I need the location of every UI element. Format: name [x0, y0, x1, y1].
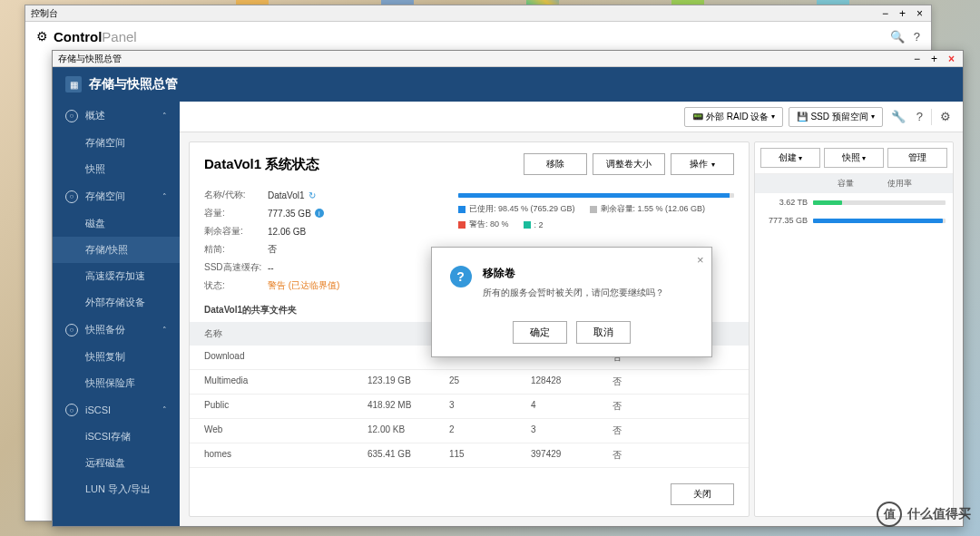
section-icon: ○: [65, 110, 78, 122]
main-content: 📟 外部 RAID 设备 ▾ 💾 SSD 预留空间 ▾ 🔧 ? ⚙ DataVo…: [180, 102, 963, 526]
sidebar-section[interactable]: ○存储空间˄: [53, 182, 180, 210]
sidebar-section[interactable]: ○概述˄: [53, 102, 180, 130]
control-header: ⚙ ControlPanel 🔍 ?: [25, 22, 931, 51]
close-button[interactable]: ×: [914, 7, 926, 20]
section-icon: ○: [65, 324, 78, 336]
storage-header-title: 存储与快照总管: [89, 76, 950, 93]
sidebar-item[interactable]: 远程磁盘: [53, 450, 180, 476]
sidebar-item[interactable]: 快照复制: [53, 344, 180, 370]
minimize-button[interactable]: −: [911, 53, 923, 65]
chevron-up-icon: ˄: [162, 405, 167, 414]
storage-header: ▦ 存储与快照总管: [53, 67, 963, 102]
close-button[interactable]: ×: [946, 53, 957, 65]
sidebar-item[interactable]: iSCSI存储: [53, 424, 180, 450]
sidebar: ○概述˄存储空间快照○存储空间˄磁盘存储/快照高速缓存加速外部存储设备○快照备份…: [53, 102, 180, 526]
sidebar-item[interactable]: 快照: [53, 156, 180, 182]
sidebar-section[interactable]: ○iSCSI˄: [53, 396, 180, 424]
sidebar-item[interactable]: 磁盘: [53, 210, 180, 237]
storage-titlebar[interactable]: 存储与快照总管 − + ×: [53, 51, 963, 67]
modal-title: 移除卷: [483, 266, 664, 281]
chevron-up-icon: ˄: [162, 192, 167, 201]
modal-overlay: × ? 移除卷 所有的服务会暂时被关闭，请问您要继续吗？ 确定 取消: [180, 102, 963, 526]
question-icon: ?: [450, 266, 472, 287]
brand-text: ControlPanel: [54, 29, 137, 44]
chevron-up-icon: ˄: [162, 112, 167, 121]
section-icon: ○: [65, 190, 78, 203]
maximize-button[interactable]: +: [897, 7, 908, 20]
modal-message: 所有的服务会暂时被关闭，请问您要继续吗？: [483, 287, 664, 299]
sidebar-item[interactable]: 高速缓存加速: [53, 263, 180, 289]
sidebar-item[interactable]: 外部存储设备: [53, 289, 180, 316]
control-titlebar[interactable]: 控制台 − + ×: [25, 5, 931, 22]
sidebar-item[interactable]: 存储空间: [53, 130, 180, 156]
confirm-dialog: × ? 移除卷 所有的服务会暂时被关闭，请问您要继续吗？ 确定 取消: [431, 247, 712, 357]
watermark: 值 什么值得买: [877, 502, 971, 527]
ok-button[interactable]: 确定: [513, 321, 567, 344]
sidebar-item[interactable]: LUN 导入/导出: [53, 476, 180, 502]
sidebar-item[interactable]: 存储/快照: [53, 237, 180, 263]
sidebar-item[interactable]: 快照保险库: [53, 370, 180, 396]
chevron-up-icon: ˄: [162, 326, 167, 335]
control-title: 控制台: [31, 7, 879, 20]
help-icon[interactable]: ?: [914, 30, 920, 44]
storage-icon: ▦: [65, 76, 82, 93]
minimize-button[interactable]: −: [879, 7, 891, 20]
maximize-button[interactable]: +: [928, 53, 940, 65]
gear-icon: ⚙: [36, 29, 48, 44]
watermark-icon: 值: [877, 502, 902, 527]
storage-window: 存储与快照总管 − + × ▦ 存储与快照总管 ○概述˄存储空间快照○存储空间˄…: [52, 50, 964, 527]
storage-titlebar-text: 存储与快照总管: [58, 53, 911, 65]
cancel-button[interactable]: 取消: [576, 321, 631, 344]
section-icon: ○: [65, 404, 78, 416]
sidebar-section[interactable]: ○快照备份˄: [53, 316, 180, 344]
search-icon[interactable]: 🔍: [890, 30, 905, 44]
